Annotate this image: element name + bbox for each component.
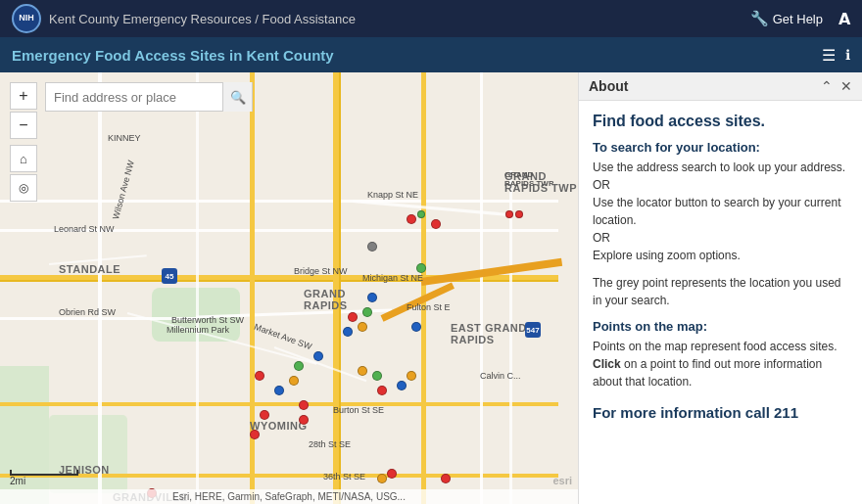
- road-bridge-st-border: [0, 280, 558, 282]
- section3-heading: Points on the map:: [593, 319, 848, 334]
- section1-heading: To search for your location:: [593, 140, 848, 155]
- info-button[interactable]: ℹ: [845, 47, 850, 63]
- map-dot[interactable]: [294, 361, 304, 371]
- locate-button[interactable]: ◎: [10, 174, 37, 202]
- label-kinney: KINNEY: [108, 133, 141, 143]
- road-36th: [0, 474, 558, 478]
- section2-text: The grey point represents the location y…: [593, 274, 848, 309]
- translate-icon: 𝗔: [838, 10, 850, 28]
- area-grand-rapids-twp: GRANDRAPIDS TWP: [504, 170, 577, 194]
- map-dot[interactable]: [377, 386, 387, 395]
- label-wilson-ave: Wilson Ave NW: [111, 160, 136, 220]
- map-dot[interactable]: [367, 242, 377, 252]
- map-dot[interactable]: [299, 400, 309, 410]
- get-help-button[interactable]: 🔧 Get Help: [750, 10, 823, 27]
- interstate-547-badge: 547: [525, 322, 541, 338]
- map-area[interactable]: KINNEY Leonard St NW Knapp St NE Bridge …: [0, 72, 578, 504]
- call-211: For more information call 211: [593, 404, 848, 421]
- scale-label: 2mi: [10, 476, 25, 486]
- header-left: NIH Kent County Emergency Resources / Fo…: [12, 4, 356, 33]
- road-nn2: [480, 72, 483, 504]
- road-fuller: [421, 72, 426, 504]
- area-standale: STANDALE: [59, 263, 120, 275]
- map-dot[interactable]: [505, 210, 513, 218]
- search-button[interactable]: 🔍: [222, 82, 252, 112]
- map-dot[interactable]: [255, 371, 264, 381]
- map-dot[interactable]: [515, 210, 523, 218]
- translate-button[interactable]: 𝗔: [838, 10, 850, 28]
- sidebar-header-title: About: [589, 78, 628, 94]
- wrench-icon: 🔧: [750, 10, 769, 27]
- map-dot[interactable]: [372, 371, 382, 381]
- map-dot[interactable]: [387, 469, 397, 479]
- sidebar: About ⌃ ✕ Find food access sites. To sea…: [578, 72, 862, 504]
- subheader-right: ☰ ℹ: [822, 46, 850, 65]
- road-division-border: [339, 72, 341, 504]
- map-dot[interactable]: [358, 366, 367, 376]
- section1-text: Use the address search to look up your a…: [593, 159, 848, 264]
- header-title: Kent County Emergency Resources / Food A…: [49, 12, 356, 26]
- sidebar-header: About ⌃ ✕: [579, 72, 862, 101]
- map-dot[interactable]: [348, 312, 358, 322]
- map-dot[interactable]: [367, 293, 377, 302]
- highway-i96-b: [381, 283, 455, 322]
- map-background: KINNEY Leonard St NW Knapp St NE Bridge …: [0, 72, 578, 504]
- label-obrien: Obrien Rd SW: [59, 307, 116, 317]
- map-dot[interactable]: [313, 351, 323, 361]
- home-button[interactable]: ⌂: [10, 145, 37, 172]
- map-dot[interactable]: [441, 474, 451, 483]
- nih-logo: NIH: [12, 4, 41, 33]
- subheader: Emergency Food Access Sites in Kent Coun…: [0, 37, 862, 72]
- label-knapp: Knapp St NE: [367, 190, 418, 200]
- map-dot[interactable]: [407, 371, 416, 381]
- map-dot[interactable]: [411, 322, 421, 332]
- map-dot[interactable]: [397, 381, 407, 390]
- search-bar: 🔍: [45, 82, 253, 112]
- area-east-grand-rapids: EAST GRANDRAPIDS: [451, 322, 527, 345]
- road-nn: [196, 72, 199, 504]
- search-icon: 🔍: [230, 90, 246, 105]
- road-wilson: [98, 72, 102, 504]
- main-content: KINNEY Leonard St NW Knapp St NE Bridge …: [0, 72, 862, 504]
- map-dot[interactable]: [362, 307, 372, 317]
- road-leonard: [0, 229, 558, 232]
- map-dot[interactable]: [358, 322, 367, 332]
- map-dot[interactable]: [417, 210, 425, 218]
- zoom-out-button[interactable]: −: [10, 112, 37, 139]
- map-attribution: Esri, HERE, Garmin, SafeGraph, METI/NASA…: [0, 489, 578, 504]
- label-market-ave: Market Ave SW: [253, 322, 313, 352]
- road-beltline: [509, 170, 512, 504]
- sidebar-header-icons: ⌃ ✕: [821, 78, 852, 94]
- map-dot[interactable]: [289, 376, 299, 386]
- map-dot[interactable]: [343, 327, 353, 337]
- page-title: Emergency Food Access Sites in Kent Coun…: [12, 47, 334, 64]
- map-dot[interactable]: [416, 263, 426, 273]
- close-button[interactable]: ✕: [840, 78, 852, 94]
- map-dot[interactable]: [431, 219, 441, 229]
- scale-bar: 2mi: [10, 470, 78, 486]
- app-header: NIH Kent County Emergency Resources / Fo…: [0, 0, 862, 37]
- road-28th: [0, 402, 558, 406]
- zoom-in-button[interactable]: +: [10, 82, 37, 110]
- collapse-button[interactable]: ⌃: [821, 78, 833, 94]
- section3-text: Points on the map represent food access …: [593, 338, 848, 390]
- map-dot[interactable]: [377, 474, 387, 483]
- search-input[interactable]: [46, 83, 222, 111]
- esri-logo: esri: [552, 475, 572, 486]
- map-controls: + − ⌂ ◎: [10, 82, 37, 202]
- map-dot[interactable]: [274, 386, 284, 395]
- map-dot[interactable]: [260, 410, 269, 420]
- map-dot[interactable]: [407, 214, 416, 224]
- sidebar-main-title: Find food access sites.: [593, 113, 848, 130]
- header-right: 🔧 Get Help 𝗔: [750, 10, 850, 28]
- interstate-45-badge: 45: [162, 268, 177, 284]
- list-view-button[interactable]: ☰: [822, 46, 836, 65]
- road-knapp: [0, 200, 558, 203]
- map-dot[interactable]: [299, 415, 309, 425]
- sidebar-content: Find food access sites. To search for yo…: [579, 101, 862, 433]
- label-calvin: Calvin C...: [480, 371, 521, 381]
- label-28th: 28th St SE: [309, 439, 351, 449]
- map-dot[interactable]: [250, 430, 260, 439]
